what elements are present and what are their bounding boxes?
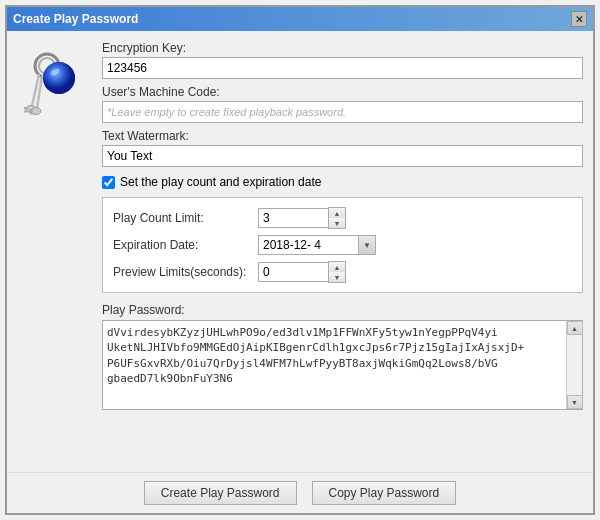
password-box: dVvirdesybKZyzjUHLwhPO9o/ed3dlv1Mp1FFWnX… xyxy=(102,320,583,410)
options-box: Play Count Limit: ▲ ▼ Expiration Date: xyxy=(102,197,583,293)
watermark-field: Text Watermark: xyxy=(102,129,583,167)
preview-row: Preview Limits(seconds): ▲ ▼ xyxy=(113,258,572,286)
watermark-input[interactable] xyxy=(102,145,583,167)
preview-spinner: ▲ ▼ xyxy=(258,261,346,283)
main-window: Create Play Password ✕ xyxy=(5,5,595,515)
form-area: Encryption Key: User's Machine Code: Tex… xyxy=(102,41,583,462)
content-area: Encryption Key: User's Machine Code: Tex… xyxy=(7,31,593,472)
checkbox-label[interactable]: Set the play count and expiration date xyxy=(120,175,321,189)
scroll-up-button[interactable]: ▲ xyxy=(567,321,583,335)
machine-code-input[interactable] xyxy=(102,101,583,123)
keys-icon xyxy=(17,46,87,126)
preview-spinner-buttons: ▲ ▼ xyxy=(328,261,346,283)
machine-code-field: User's Machine Code: xyxy=(102,85,583,123)
create-play-password-button[interactable]: Create Play Password xyxy=(144,481,297,505)
play-count-spinner: ▲ ▼ xyxy=(258,207,346,229)
preview-input[interactable] xyxy=(258,262,328,282)
checkbox-row: Set the play count and expiration date xyxy=(102,175,583,189)
play-count-down-button[interactable]: ▼ xyxy=(329,218,345,228)
play-count-label: Play Count Limit: xyxy=(113,211,258,225)
watermark-label: Text Watermark: xyxy=(102,129,583,143)
play-count-row: Play Count Limit: ▲ ▼ xyxy=(113,204,572,232)
machine-code-label: User's Machine Code: xyxy=(102,85,583,99)
icon-area xyxy=(17,41,92,462)
title-bar: Create Play Password ✕ xyxy=(7,7,593,31)
password-label: Play Password: xyxy=(102,303,583,317)
copy-play-password-button[interactable]: Copy Play Password xyxy=(312,481,457,505)
footer: Create Play Password Copy Play Password xyxy=(7,472,593,513)
close-button[interactable]: ✕ xyxy=(571,11,587,27)
window-title: Create Play Password xyxy=(13,12,138,26)
encryption-key-field: Encryption Key: xyxy=(102,41,583,79)
expiration-date-input[interactable] xyxy=(258,235,358,255)
play-count-spinner-buttons: ▲ ▼ xyxy=(328,207,346,229)
preview-down-button[interactable]: ▼ xyxy=(329,272,345,282)
password-textarea[interactable]: dVvirdesybKZyzjUHLwhPO9o/ed3dlv1Mp1FFWnX… xyxy=(103,321,566,409)
expiration-label: Expiration Date: xyxy=(113,238,258,252)
expiration-date-picker: ▼ xyxy=(258,235,376,255)
password-section: Play Password: dVvirdesybKZyzjUHLwhPO9o/… xyxy=(102,303,583,410)
preview-up-button[interactable]: ▲ xyxy=(329,262,345,272)
play-count-up-button[interactable]: ▲ xyxy=(329,208,345,218)
svg-rect-11 xyxy=(30,113,33,115)
play-count-checkbox[interactable] xyxy=(102,176,115,189)
play-count-input[interactable] xyxy=(258,208,328,228)
scroll-down-button[interactable]: ▼ xyxy=(567,395,583,409)
encryption-key-input[interactable] xyxy=(102,57,583,79)
svg-rect-10 xyxy=(29,109,33,112)
expiration-date-dropdown-button[interactable]: ▼ xyxy=(358,235,376,255)
encryption-key-label: Encryption Key: xyxy=(102,41,583,55)
svg-point-3 xyxy=(43,62,75,94)
preview-label: Preview Limits(seconds): xyxy=(113,265,258,279)
svg-rect-6 xyxy=(24,107,28,110)
password-scrollbar: ▲ ▼ xyxy=(566,321,582,409)
svg-rect-7 xyxy=(24,111,27,113)
expiration-row: Expiration Date: ▼ xyxy=(113,232,572,258)
